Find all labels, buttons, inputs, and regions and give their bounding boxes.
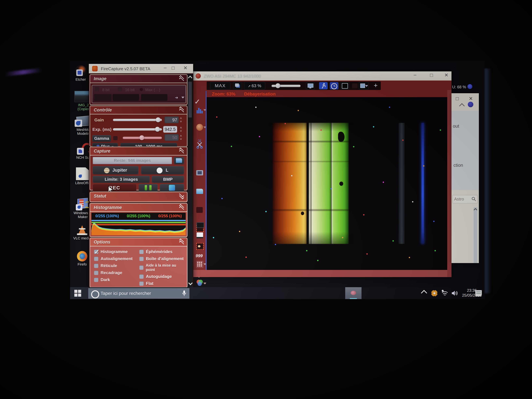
option-dark[interactable]: Dark [94,277,133,282]
max-radio[interactable] [140,88,143,91]
collapse-icon[interactable] [179,240,184,244]
avast-tray-icon[interactable] [431,290,437,296]
maximize-button[interactable]: □ [172,65,175,70]
histogram-tool-icon[interactable] [196,107,203,114]
account-avatar[interactable] [468,102,473,107]
zoom-percent-button[interactable]: ➚ 63 % [244,82,265,89]
dark-frame-icon[interactable] [196,222,204,228]
window-select-button[interactable] [359,82,368,89]
planet-tool-icon[interactable] [196,124,203,131]
checkbox[interactable] [139,250,144,254]
collapse-icon[interactable] [179,108,184,112]
bit16-checkbox[interactable] [118,87,122,91]
pixel-grid-icon[interactable] [196,261,203,268]
panel-image-header[interactable]: Image [90,75,187,83]
close-button[interactable]: ✕ [183,65,187,70]
panel-scrollbar[interactable] [187,74,193,287]
option-autoalignement[interactable]: Autoalignement [94,256,133,261]
capture-folder-icon[interactable] [196,170,203,177]
close-button[interactable]: ✕ [444,73,448,78]
exp-value-field[interactable]: 942.5 [163,126,177,133]
roi-button[interactable] [94,94,112,101]
option-reticule[interactable]: Réticule [94,263,133,268]
zoom-slider[interactable] [272,85,301,87]
panel-capture-header[interactable]: Capture [90,147,187,156]
check-icon[interactable]: ✓ [194,97,200,106]
rec-button[interactable]: REC [93,184,136,191]
chevron-down-icon[interactable] [181,97,184,98]
blue-folder-icon[interactable] [196,189,203,196]
taskbar-search[interactable]: Taper ici pour rechercher [88,288,189,299]
scrollbar-thumb[interactable] [188,82,192,118]
side-scrollbar[interactable] [474,207,477,263]
gain-slider[interactable] [113,119,162,121]
scroll-down-icon[interactable] [188,281,193,285]
collapse-icon[interactable] [179,205,184,210]
active-window-tile[interactable] [345,287,361,299]
checkbox[interactable] [94,271,98,275]
apply-arrow-icon[interactable]: ➜ [175,95,178,100]
roi-button[interactable] [113,94,139,101]
checkbox[interactable] [139,266,143,270]
rgb-balance-icon[interactable] [196,279,203,286]
flat-frame-icon[interactable] [196,232,203,238]
option-recadrage[interactable]: Recadrage [94,270,133,275]
checkbox[interactable] [139,281,144,286]
target-button[interactable]: Jupiter [93,166,138,174]
format-button[interactable]: BMP [152,176,184,183]
option-autoguidage[interactable]: Autoguidage [139,274,185,279]
live-run-button[interactable] [319,82,328,89]
option-ephemerides[interactable]: Éphémérides [139,249,185,254]
gamma-checkbox[interactable] [113,136,118,140]
fullscreen-button[interactable] [341,82,349,89]
side-maximize-button[interactable]: □ [456,96,459,101]
chevron-up-icon[interactable] [474,208,477,212]
start-button[interactable] [74,290,82,297]
exp-slider[interactable] [113,128,162,131]
action-center-icon[interactable] [475,290,482,296]
zoom-slider-thumb[interactable] [275,83,280,88]
option-flat[interactable]: Flat [139,281,185,286]
counter-999-icon[interactable]: 999 [196,253,203,258]
panel-controle-header[interactable]: Contrôle [90,106,187,114]
bit8-checkbox[interactable] [95,87,99,91]
wifi-tray-icon[interactable] [441,290,449,297]
preview-titlebar[interactable]: ZWO ASI 294MC 13 942/1000 – □ ✕ [193,71,451,81]
history-button[interactable] [330,82,338,89]
dark-stamp-icon[interactable] [196,207,203,214]
pause-button[interactable] [139,184,158,191]
limit-button[interactable]: Limite: 3 images [93,176,150,183]
preview-color-button[interactable] [160,184,184,191]
firecapture-titlebar[interactable]: FireCapture v2.5.07 BETA – □ ✕ [89,64,193,73]
max-zoom-button[interactable]: MAX [210,82,230,89]
checkbox[interactable] [139,257,144,261]
jupiter-symbol-icon[interactable]: ♃ [196,136,202,145]
gamma-slider[interactable] [123,137,162,139]
collapse-icon[interactable] [179,76,184,81]
minimize-button[interactable]: – [414,72,417,77]
gamma-chip[interactable]: Gamma [92,135,111,142]
roi-button[interactable] [141,94,167,101]
minimize-button[interactable]: – [164,65,167,70]
gain-slider-thumb[interactable] [156,117,161,122]
expand-icon[interactable] [179,193,184,198]
add-button[interactable]: + [372,82,379,89]
crop-frame-dot-icon[interactable] [196,243,203,250]
snapshot-icon-button[interactable] [233,82,242,89]
option-aide-mise-au-point[interactable]: Aide à la mise au point [139,263,185,272]
gamma-stepper[interactable]: ˄˅ [178,134,183,141]
checkbox[interactable] [139,274,144,279]
panel-statut-header[interactable]: Statut [90,192,187,200]
gamma-slider-thumb[interactable] [139,135,144,140]
collapse-icon[interactable] [179,148,184,153]
scroll-up-icon[interactable] [188,76,192,80]
maximize-button[interactable]: □ [430,73,433,78]
monitor-button[interactable] [306,82,315,89]
tray-chevron-up-icon[interactable] [421,290,427,296]
filter-button[interactable]: L [141,166,184,174]
microphone-icon[interactable] [182,290,187,297]
side-close-button[interactable]: ✕ [469,96,473,101]
gain-stepper[interactable]: ˄˅ [178,117,183,123]
side-search-box[interactable]: Astro [452,195,478,203]
checkbox[interactable] [94,250,98,254]
